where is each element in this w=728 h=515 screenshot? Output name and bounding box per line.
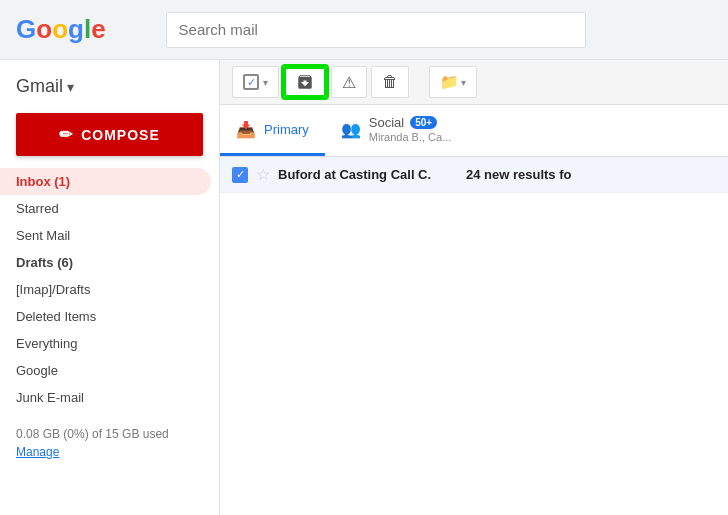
logo-l: l	[84, 14, 91, 45]
sidebar-item-deleted[interactable]: Deleted Items	[0, 303, 211, 330]
delete-icon: 🗑	[382, 73, 398, 91]
email-list: ☆ Buford at Casting Call C. 24 new resul…	[220, 157, 728, 515]
move-to-dropdown-arrow: ▾	[461, 77, 466, 88]
sidebar-item-google[interactable]: Google	[0, 357, 211, 384]
email-checkbox[interactable]	[232, 167, 248, 183]
gmail-label: Gmail	[16, 76, 63, 97]
tabs-bar: 📥 Primary 👥 Social 50+ Miranda B., Ca...	[220, 105, 728, 157]
sidebar-item-junk[interactable]: Junk E-mail	[0, 384, 211, 411]
sidebar-item-everything[interactable]: Everything	[0, 330, 211, 357]
google-logo: G o o g l e	[16, 14, 106, 45]
email-subject: 24 new results fo	[466, 167, 716, 182]
checkbox-icon	[243, 74, 259, 90]
report-spam-icon: ⚠	[342, 73, 356, 92]
archive-button[interactable]	[283, 66, 327, 98]
star-icon[interactable]: ☆	[256, 165, 270, 184]
social-tab-icon: 👥	[341, 120, 361, 139]
social-tab-top: Social 50+	[369, 115, 452, 130]
sidebar-item-sent[interactable]: Sent Mail	[0, 222, 211, 249]
logo-o2: o	[52, 14, 68, 45]
report-spam-button[interactable]: ⚠	[331, 66, 367, 98]
sidebar-item-starred[interactable]: Starred	[0, 195, 211, 222]
storage-text: 0.08 GB (0%) of 15 GB used	[16, 427, 169, 441]
everything-label: Everything	[16, 336, 77, 351]
select-dropdown-arrow: ▾	[263, 77, 268, 88]
compose-pen-icon: ✏	[59, 125, 73, 144]
imap-drafts-label: [Imap]/Drafts	[16, 282, 90, 297]
primary-tab-label: Primary	[264, 122, 309, 137]
logo-e: e	[91, 14, 105, 45]
toolbar: ▾ ⚠ 🗑 📁 ▾	[220, 60, 728, 105]
email-sender: Buford at Casting Call C.	[278, 167, 458, 182]
primary-tab-icon: 📥	[236, 120, 256, 139]
top-bar: G o o g l e	[0, 0, 728, 60]
archive-icon	[296, 73, 314, 91]
select-button[interactable]: ▾	[232, 66, 279, 98]
content-area: ▾ ⚠ 🗑 📁 ▾	[220, 60, 728, 515]
logo-g: G	[16, 14, 36, 45]
table-row[interactable]: ☆ Buford at Casting Call C. 24 new resul…	[220, 157, 728, 193]
social-tab-label: Social	[369, 115, 404, 130]
tab-primary[interactable]: 📥 Primary	[220, 105, 325, 156]
search-input[interactable]	[166, 12, 586, 48]
sidebar: Gmail ▾ ✏ COMPOSE Inbox (1) Starred Sent…	[0, 60, 220, 515]
sent-label: Sent Mail	[16, 228, 70, 243]
social-tab-sub: Miranda B., Ca...	[369, 131, 452, 143]
inbox-label: Inbox (1)	[16, 174, 70, 189]
sidebar-item-inbox[interactable]: Inbox (1)	[0, 168, 211, 195]
main-layout: Gmail ▾ ✏ COMPOSE Inbox (1) Starred Sent…	[0, 60, 728, 515]
deleted-label: Deleted Items	[16, 309, 96, 324]
gmail-dropdown-arrow: ▾	[67, 79, 74, 95]
tab-social[interactable]: 👥 Social 50+ Miranda B., Ca...	[325, 105, 468, 156]
move-to-button[interactable]: 📁 ▾	[429, 66, 477, 98]
social-tab-content: Social 50+ Miranda B., Ca...	[369, 115, 452, 143]
logo-g2: g	[68, 14, 84, 45]
compose-label: COMPOSE	[81, 127, 160, 143]
sidebar-footer: 0.08 GB (0%) of 15 GB used Manage	[0, 411, 219, 475]
logo-o1: o	[36, 14, 52, 45]
sidebar-item-imap-drafts[interactable]: [Imap]/Drafts	[0, 276, 211, 303]
social-badge: 50+	[410, 116, 437, 129]
google-label: Google	[16, 363, 58, 378]
starred-label: Starred	[16, 201, 59, 216]
manage-link[interactable]: Manage	[16, 445, 203, 459]
move-to-icon: 📁	[440, 73, 459, 91]
gmail-menu-button[interactable]: Gmail ▾	[0, 68, 219, 105]
compose-button[interactable]: ✏ COMPOSE	[16, 113, 203, 156]
drafts-label: Drafts (6)	[16, 255, 73, 270]
delete-button[interactable]: 🗑	[371, 66, 409, 98]
sidebar-item-drafts[interactable]: Drafts (6)	[0, 249, 211, 276]
junk-label: Junk E-mail	[16, 390, 84, 405]
